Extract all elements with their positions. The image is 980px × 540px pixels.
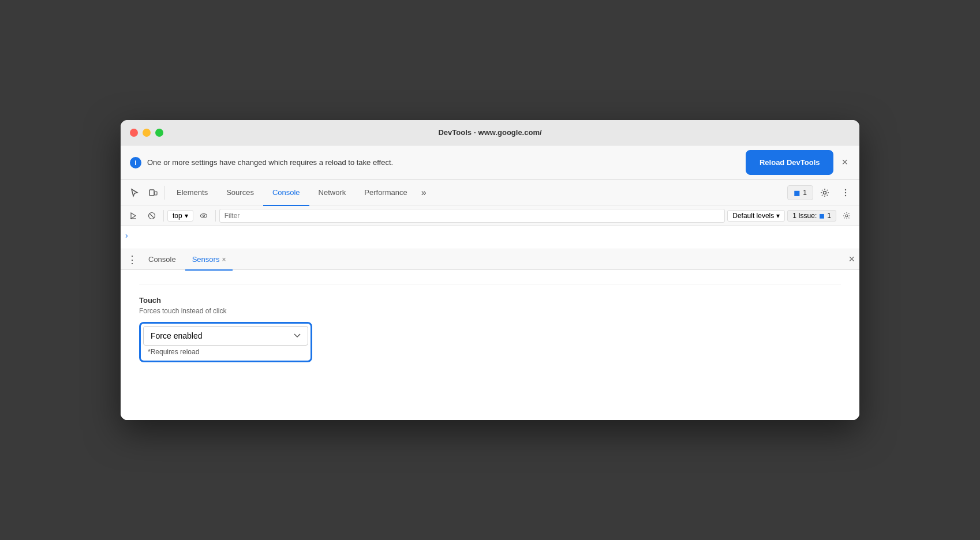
maximize-button[interactable] <box>155 129 163 137</box>
clear-console-button[interactable] <box>144 208 160 224</box>
svg-point-10 <box>200 213 207 217</box>
touch-section-desc: Forces touch instead of click <box>139 307 841 315</box>
console-divider-1 <box>163 210 164 222</box>
bottom-panel: ⋮ Console Sensors × × Touch Forces touch… <box>121 249 859 420</box>
console-toolbar: top ▾ Default levels ▾ 1 Issue: ◼ 1 <box>121 205 859 226</box>
reload-devtools-button[interactable]: Reload DevTools <box>749 153 831 172</box>
filter-input[interactable] <box>219 209 725 223</box>
svg-point-4 <box>845 192 846 193</box>
levels-selector[interactable]: Default levels ▾ <box>727 210 785 222</box>
eye-icon <box>200 212 208 220</box>
svg-line-9 <box>149 213 154 218</box>
settings-button[interactable] <box>816 183 834 202</box>
console-content: › <box>121 226 859 249</box>
svg-rect-1 <box>155 192 157 195</box>
tab-console[interactable]: Console <box>263 181 309 206</box>
tab-sensors[interactable]: Sensors × <box>185 250 233 271</box>
more-menu-icon <box>841 188 850 197</box>
close-button[interactable] <box>130 129 138 137</box>
tab-elements[interactable]: Elements <box>167 181 217 206</box>
tab-network[interactable]: Network <box>309 181 356 206</box>
menu-button[interactable] <box>836 183 855 202</box>
section-divider-top <box>139 284 841 284</box>
svg-point-12 <box>846 215 848 217</box>
reload-button-wrapper: Reload DevTools <box>746 150 834 175</box>
levels-arrow-icon: ▾ <box>776 212 780 220</box>
issues-small-icon: ◼ <box>819 212 825 220</box>
touch-dropdown[interactable]: Force enabled None Force disabled <box>143 326 308 346</box>
issues-icon: ◼ <box>794 188 801 197</box>
svg-rect-0 <box>149 190 154 196</box>
eye-button[interactable] <box>196 208 212 224</box>
console-cursor: › <box>125 231 128 240</box>
notification-text: One or more settings have changed which … <box>147 158 740 167</box>
toolbar-right: ◼ 1 <box>787 183 855 202</box>
svg-point-5 <box>845 194 846 196</box>
svg-marker-6 <box>131 213 136 219</box>
device-toggle-button[interactable] <box>144 183 162 202</box>
sensors-content: Touch Forces touch instead of click Forc… <box>121 270 859 420</box>
svg-point-11 <box>203 215 204 216</box>
context-selector[interactable]: top ▾ <box>167 210 193 222</box>
minimize-button[interactable] <box>143 129 151 137</box>
cursor-icon <box>130 188 139 197</box>
titlebar: DevTools - www.google.com/ <box>121 120 859 145</box>
issues-badge[interactable]: ◼ 1 <box>787 185 813 200</box>
console-divider-2 <box>215 210 216 222</box>
tab-sources[interactable]: Sources <box>217 181 263 206</box>
touch-dropdown-wrapper: Force enabled None Force disabled *Requi… <box>139 322 312 362</box>
more-tabs-button[interactable]: » <box>417 183 431 202</box>
toolbar-tabs: Elements Sources Console Network Perform… <box>167 180 787 205</box>
inspect-element-button[interactable] <box>125 183 144 202</box>
device-icon <box>148 188 158 197</box>
close-notification-button[interactable]: × <box>839 156 850 168</box>
panel-menu-button[interactable]: ⋮ <box>125 253 139 267</box>
dropdown-arrow-icon: ▾ <box>185 212 188 220</box>
traffic-lights <box>130 129 163 137</box>
touch-section-title: Touch <box>139 296 841 305</box>
info-icon: i <box>130 157 141 168</box>
play-icon <box>129 212 137 220</box>
notification-bar: i One or more settings have changed whic… <box>121 145 859 180</box>
close-sensors-tab-button[interactable]: × <box>222 256 226 264</box>
run-script-button[interactable] <box>125 208 141 224</box>
toolbar-divider-1 <box>164 186 165 200</box>
bottom-panel-header: ⋮ Console Sensors × × <box>121 249 859 270</box>
svg-point-3 <box>845 189 846 190</box>
console-settings-button[interactable] <box>839 208 855 224</box>
ban-icon <box>148 212 156 220</box>
devtools-toolbar: Elements Sources Console Network Perform… <box>121 180 859 205</box>
tab-console-bottom[interactable]: Console <box>141 250 183 271</box>
close-bottom-panel-button[interactable]: × <box>848 253 855 265</box>
console-gear-icon <box>843 212 851 220</box>
issues-count-badge[interactable]: 1 Issue: ◼ 1 <box>787 210 836 222</box>
window-title: DevTools - www.google.com/ <box>438 128 541 137</box>
requires-reload-text: *Requires reload <box>143 346 308 358</box>
svg-point-2 <box>824 191 826 194</box>
gear-icon <box>820 188 829 197</box>
tab-performance[interactable]: Performance <box>355 181 416 206</box>
devtools-window: DevTools - www.google.com/ i One or more… <box>121 120 859 420</box>
